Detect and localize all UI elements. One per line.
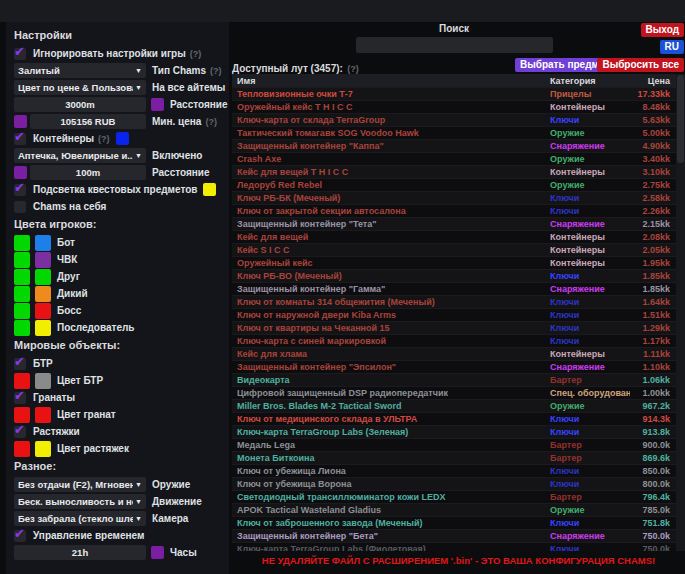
table-row[interactable]: Кейс для вещей T H I C CКонтейнеры3.10kk (232, 165, 676, 178)
table-row[interactable]: Тактический томагавк SOG Voodoo HawkОруж… (232, 126, 676, 139)
value-input[interactable]: 105156 RUB (30, 114, 146, 129)
checkbox[interactable] (14, 530, 26, 542)
item-price: 1.64kk (630, 297, 676, 307)
color-swatch-primary[interactable] (14, 441, 30, 457)
color-swatch-primary[interactable] (14, 373, 30, 389)
help-icon[interactable]: (?) (190, 49, 202, 59)
help-icon[interactable]: (?) (210, 66, 222, 76)
checkbox[interactable] (14, 184, 26, 196)
table-scrollbar[interactable] (676, 74, 685, 551)
item-price: 800.0k (630, 479, 676, 489)
table-row[interactable]: Оружейный кейс T H I C CКонтейнеры8.48kk (232, 100, 676, 113)
table-row[interactable]: Ледоруб Red RebelОружие2.75kk (232, 178, 676, 191)
color-swatch[interactable] (151, 98, 164, 111)
color-swatch[interactable] (116, 132, 129, 145)
color-swatch-primary[interactable] (14, 235, 30, 251)
table-row[interactable]: Ключ от закрытой секции автосалонаКлючи2… (232, 204, 676, 217)
color-swatch-primary[interactable] (14, 269, 30, 285)
color-swatch-secondary[interactable] (35, 373, 51, 389)
table-row[interactable]: Защищенный контейнер "Эпсилон"Снаряжение… (232, 360, 676, 373)
dropdown-select[interactable]: Без отдачи (F2), Мгновенное п▼ (14, 477, 146, 492)
search-input[interactable] (356, 37, 553, 53)
table-row[interactable]: Светодиодный трансиллюминатор кожи LEDXБ… (232, 490, 676, 503)
table-row[interactable]: Ключ-карта TerraGroup Labs (Фиолетовая)К… (232, 542, 676, 551)
language-button[interactable]: RU (660, 40, 684, 54)
item-name: Ключ-карта от склада TerraGroup (232, 115, 550, 125)
table-row[interactable]: Ключ от медицинского склада в УЛЬТРАКлюч… (232, 412, 676, 425)
checkbox[interactable] (14, 48, 26, 60)
scrollbar-thumb[interactable] (677, 75, 684, 163)
dropdown-label: На все айтемы (152, 82, 225, 93)
column-header-category[interactable]: Категория (550, 76, 630, 86)
checkbox[interactable] (14, 358, 26, 370)
color-swatch-secondary[interactable] (35, 269, 51, 285)
checkbox[interactable] (14, 392, 26, 404)
color-swatch-primary[interactable] (14, 252, 30, 268)
item-price: 796.4k (630, 492, 676, 502)
color-swatch[interactable] (14, 166, 27, 179)
checkbox[interactable] (14, 426, 26, 438)
color-swatch[interactable] (151, 546, 164, 559)
table-row[interactable]: APOK Tactical Wasteland GladiusОружие785… (232, 503, 676, 516)
table-row[interactable]: Ключ от убежища ВоронаКлючи800.0k (232, 477, 676, 490)
table-row[interactable]: Ключ-карта с синей маркировкойКлючи1.17k… (232, 334, 676, 347)
table-row[interactable]: Кейс для хламаКонтейнеры1.11kk (232, 347, 676, 360)
table-row[interactable]: Miller Bros. Blades M-2 Tactical SwordОр… (232, 399, 676, 412)
help-icon[interactable]: (?) (98, 134, 110, 144)
table-row[interactable]: Ключ от квартиры на Чеканной 15Ключи1.29… (232, 321, 676, 334)
dropdown-select[interactable]: Аптечка, Ювелирные и...▼ (14, 148, 146, 163)
color-swatch-primary[interactable] (14, 286, 30, 302)
item-price: 3.40kk (630, 154, 676, 164)
table-row[interactable]: Ключ РБ-БК (Меченый)Ключи2.58kk (232, 191, 676, 204)
table-row[interactable]: Ключ от убежища ЛионаКлючи850.0k (232, 464, 676, 477)
checkbox[interactable] (14, 133, 26, 145)
color-swatch[interactable] (203, 183, 216, 196)
color-swatch-secondary[interactable] (35, 320, 51, 336)
color-swatch-secondary[interactable] (35, 286, 51, 302)
color-swatch[interactable] (14, 115, 27, 128)
table-row[interactable]: Тепловизионные очки Т-7Прицелы17.33kk (232, 87, 676, 100)
table-row[interactable]: Оружейный кейсКонтейнеры1.95kk (232, 256, 676, 269)
dropdown-select[interactable]: Цвет по цене & Пользователь▼ (14, 80, 146, 95)
color-swatch-secondary[interactable] (35, 441, 51, 457)
checkbox[interactable] (14, 201, 26, 213)
table-row[interactable]: Ключ РБ-ВО (Меченый)Ключи1.85kk (232, 269, 676, 282)
table-row[interactable]: Кейс для вещейКонтейнеры2.08kk (232, 230, 676, 243)
table-row[interactable]: Ключ от наружной двери Kiba ArmsКлючи1.5… (232, 308, 676, 321)
table-row[interactable]: Защищенный контейнер "Бета"Снаряжение750… (232, 529, 676, 542)
value-input[interactable]: 21h (14, 545, 146, 560)
table-row[interactable]: Медаль LegaБартер900.0k (232, 438, 676, 451)
table-row[interactable]: Crash AxeОружие3.40kk (232, 152, 676, 165)
exit-button[interactable]: Выход (641, 23, 684, 37)
column-header-price[interactable]: Цена (630, 76, 676, 86)
color-swatch-secondary[interactable] (35, 235, 51, 251)
color-swatch-secondary[interactable] (35, 252, 51, 268)
table-row[interactable]: Ключ-карта TerraGroup Labs (Зеленая)Ключ… (232, 425, 676, 438)
table-row[interactable]: Ключ-карта от склада TerraGroupКлючи5.63… (232, 113, 676, 126)
color-swatch-secondary[interactable] (35, 407, 51, 423)
value-input[interactable]: 3000m (14, 97, 146, 112)
drop-all-button[interactable]: Выбросить все (597, 58, 684, 72)
dropdown-select[interactable]: Залитый▼ (14, 63, 146, 78)
table-row[interactable]: Цифровой защищенный DSP радиопередатчикС… (232, 386, 676, 399)
table-row[interactable]: Монета БиткоинаБартер869.6k (232, 451, 676, 464)
table-row[interactable]: Защищенный контейнер "Каппа"Снаряжение4.… (232, 139, 676, 152)
column-header-name[interactable]: Имя (232, 76, 550, 86)
table-row[interactable]: Ключ от заброшенного завода (Меченый)Клю… (232, 516, 676, 529)
item-name: Светодиодный трансиллюминатор кожи LEDX (232, 492, 550, 502)
table-row[interactable]: Защищенный контейнер "Тета"Снаряжение2.1… (232, 217, 676, 230)
color-swatch-primary[interactable] (14, 320, 30, 336)
table-row[interactable]: Защищенный контейнер "Гамма"Снаряжение1.… (232, 282, 676, 295)
item-category: Бартер (550, 492, 630, 502)
color-swatch-primary[interactable] (14, 407, 30, 423)
color-swatch-secondary[interactable] (35, 303, 51, 319)
dropdown-select[interactable]: Беск. выносливость и нет уста▼ (14, 494, 146, 509)
table-row[interactable]: ВидеокартаБартер1.06kk (232, 373, 676, 386)
color-swatch-primary[interactable] (14, 303, 30, 319)
loot-help-icon[interactable]: (?) (347, 64, 359, 74)
table-row[interactable]: Ключ от комнаты 314 общежития (Меченый)К… (232, 295, 676, 308)
value-input[interactable]: 100m (30, 165, 146, 180)
table-row[interactable]: Кейс S I C CКонтейнеры2.05kk (232, 243, 676, 256)
help-icon[interactable]: (?) (205, 117, 217, 127)
dropdown-select[interactable]: Без забрала (стекло шлема)▼ (14, 511, 146, 526)
